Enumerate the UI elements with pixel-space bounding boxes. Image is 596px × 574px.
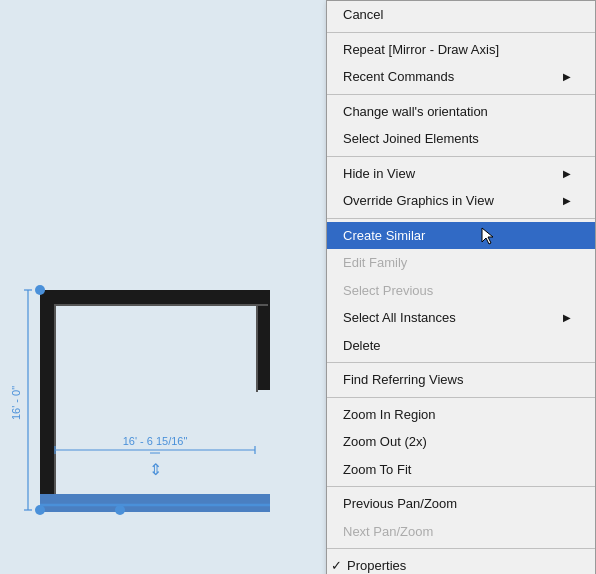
menu-item-label-select-previous: Select Previous [343,281,433,301]
svg-rect-9 [40,494,270,512]
menu-item-label-delete: Delete [343,336,381,356]
menu-item-label-zoom-out: Zoom Out (2x) [343,432,427,452]
svg-text:⇕: ⇕ [149,461,162,478]
menu-item-override-graphics[interactable]: Override Graphics in View▶ [327,187,595,215]
menu-item-label-create-similar: Create Similar [343,226,425,246]
svg-point-20 [35,285,45,295]
menu-item-label-cancel: Cancel [343,5,383,25]
submenu-arrow-icon: ▶ [563,69,571,84]
menu-separator-4 [327,94,595,95]
menu-item-label-properties: Properties [347,556,406,574]
menu-item-label-recent-commands: Recent Commands [343,67,454,87]
svg-rect-6 [54,304,56,508]
menu-item-label-select-joined-elements: Select Joined Elements [343,129,479,149]
menu-item-previous-pan-zoom[interactable]: Previous Pan/Zoom [327,490,595,518]
context-menu: CancelRepeat [Mirror - Draw Axis]Recent … [326,0,596,574]
menu-separator-1 [327,32,595,33]
menu-item-label-zoom-to-fit: Zoom To Fit [343,460,411,480]
menu-item-label-edit-family: Edit Family [343,253,407,273]
menu-item-label-previous-pan-zoom: Previous Pan/Zoom [343,494,457,514]
menu-item-label-change-wall-orientation: Change wall's orientation [343,102,488,122]
menu-item-delete[interactable]: Delete [327,332,595,360]
menu-item-find-referring-views[interactable]: Find Referring Views [327,366,595,394]
submenu-arrow-icon: ▶ [563,166,571,181]
submenu-arrow-icon: ▶ [563,193,571,208]
menu-separator-18 [327,397,595,398]
menu-item-label-select-all-instances: Select All Instances [343,308,456,328]
menu-item-create-similar[interactable]: Create Similar [327,222,595,250]
menu-item-cancel[interactable]: Cancel [327,1,595,29]
menu-item-select-previous: Select Previous [327,277,595,305]
menu-item-label-hide-in-view: Hide in View [343,164,415,184]
menu-item-hide-in-view[interactable]: Hide in View▶ [327,160,595,188]
svg-rect-4 [40,290,270,304]
svg-point-22 [115,505,125,515]
menu-item-zoom-in-region[interactable]: Zoom In Region [327,401,595,429]
menu-item-zoom-out[interactable]: Zoom Out (2x) [327,428,595,456]
menu-item-label-zoom-in-region: Zoom In Region [343,405,436,425]
menu-item-label-find-referring-views: Find Referring Views [343,370,463,390]
svg-text:16' - 0": 16' - 0" [10,386,22,420]
menu-item-zoom-to-fit[interactable]: Zoom To Fit [327,456,595,484]
menu-item-edit-family: Edit Family [327,249,595,277]
menu-item-recent-commands[interactable]: Recent Commands▶ [327,63,595,91]
svg-text:16' - 6 15/16": 16' - 6 15/16" [123,435,188,447]
svg-rect-7 [54,304,268,306]
menu-separator-16 [327,362,595,363]
svg-rect-8 [256,304,258,392]
checkmark-icon: ✓ [331,556,342,574]
submenu-arrow-icon: ▶ [563,310,571,325]
menu-item-select-all-instances[interactable]: Select All Instances▶ [327,304,595,332]
menu-separator-25 [327,548,595,549]
svg-rect-3 [40,290,54,510]
menu-separator-7 [327,156,595,157]
svg-point-21 [35,505,45,515]
menu-item-select-joined-elements[interactable]: Select Joined Elements [327,125,595,153]
menu-separator-10 [327,218,595,219]
menu-item-repeat-mirror[interactable]: Repeat [Mirror - Draw Axis] [327,36,595,64]
menu-item-change-wall-orientation[interactable]: Change wall's orientation [327,98,595,126]
menu-item-properties[interactable]: ✓Properties [327,552,595,574]
menu-item-next-pan-zoom: Next Pan/Zoom [327,518,595,546]
menu-item-label-next-pan-zoom: Next Pan/Zoom [343,522,433,542]
menu-item-label-override-graphics: Override Graphics in View [343,191,494,211]
menu-item-label-repeat-mirror: Repeat [Mirror - Draw Axis] [343,40,499,60]
menu-separator-22 [327,486,595,487]
